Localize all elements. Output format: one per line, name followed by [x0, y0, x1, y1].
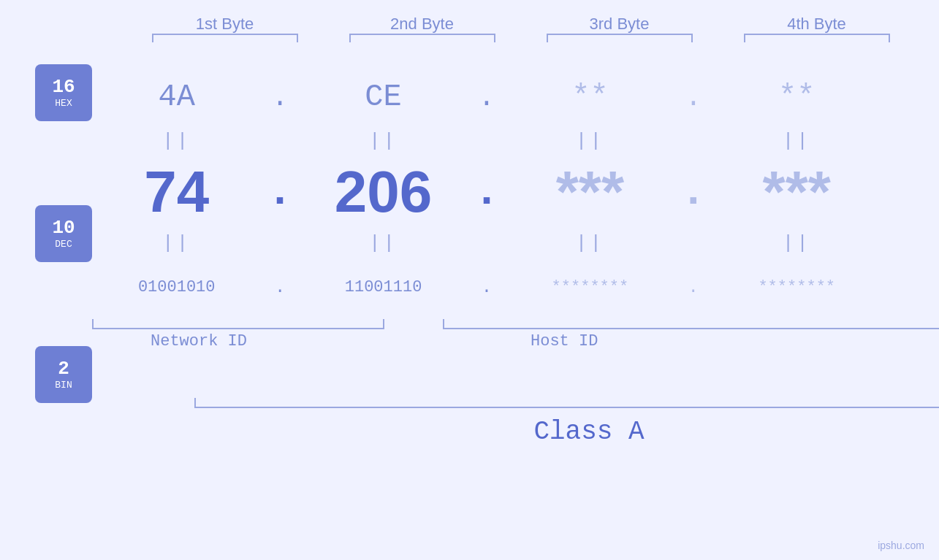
bracket-3	[547, 34, 693, 42]
top-brackets	[126, 34, 916, 42]
equals-row-2: || || || ||	[92, 229, 881, 258]
dec-dot-3: .	[679, 167, 708, 217]
hex-byte-1: 4A	[96, 80, 257, 115]
dec-dot-1: .	[265, 167, 294, 217]
byte-header-3: 3rd Byte	[539, 15, 700, 34]
hex-dot-1: .	[265, 82, 294, 113]
host-id-label: Host ID	[531, 332, 598, 350]
class-label: Class A	[194, 417, 939, 447]
network-bracket	[92, 319, 384, 329]
bin-byte-1: 01001010	[96, 278, 257, 296]
equals-8: ||	[716, 232, 877, 254]
hex-row: 4A . CE . ** . **	[92, 68, 881, 126]
byte-header-4: 4th Byte	[737, 15, 897, 34]
equals-4: ||	[716, 130, 877, 152]
dec-dot-2: .	[472, 167, 501, 217]
hex-dot-2: .	[472, 82, 501, 113]
equals-5: ||	[96, 232, 257, 254]
bracket-4	[744, 34, 890, 42]
hex-dot-3: .	[679, 82, 708, 113]
bracket-1	[152, 34, 298, 42]
values-area: 4A . CE . ** . **	[92, 57, 939, 447]
main-container: 1st Byte 2nd Byte 3rd Byte 4th Byte 16 H…	[0, 0, 939, 560]
dec-byte-4: ***	[716, 158, 877, 226]
hex-badge: 16 HEX	[35, 64, 92, 121]
equals-row-1: || || || ||	[92, 126, 881, 156]
byte-header-2: 2nd Byte	[342, 15, 503, 34]
hex-byte-3: **	[509, 80, 670, 115]
hex-byte-4: **	[716, 80, 877, 115]
equals-6: ||	[303, 232, 464, 254]
bin-dot-1: .	[265, 277, 294, 297]
host-bracket	[443, 319, 939, 329]
labels-column: 16 HEX 10 DEC 2 BIN	[0, 57, 92, 447]
bracket-2	[349, 34, 495, 42]
watermark: ipshu.com	[878, 540, 924, 551]
equals-1: ||	[96, 130, 257, 152]
class-bracket	[194, 398, 939, 408]
equals-2: ||	[303, 130, 464, 152]
dec-badge: 10 DEC	[35, 205, 92, 262]
bin-dot-3: .	[679, 277, 708, 297]
byte-headers: 1st Byte 2nd Byte 3rd Byte 4th Byte	[126, 15, 916, 34]
bin-byte-4: ********	[716, 278, 877, 296]
dec-row: 74 . 206 . *** . ***	[92, 156, 881, 229]
bin-dot-2: .	[472, 277, 501, 297]
dec-byte-2: 206	[303, 158, 464, 226]
bin-badge: 2 BIN	[35, 346, 92, 403]
equals-3: ||	[509, 130, 670, 152]
byte-header-1: 1st Byte	[145, 15, 305, 34]
bin-byte-3: ********	[509, 278, 670, 296]
dec-byte-3: ***	[509, 158, 670, 226]
network-id-label: Network ID	[151, 332, 247, 350]
bin-byte-2: 11001110	[303, 278, 464, 296]
dec-byte-1: 74	[96, 158, 257, 226]
bin-row: 01001010 . 11001110 . ******** .	[92, 258, 881, 316]
hex-byte-2: CE	[303, 80, 464, 115]
equals-7: ||	[509, 232, 670, 254]
